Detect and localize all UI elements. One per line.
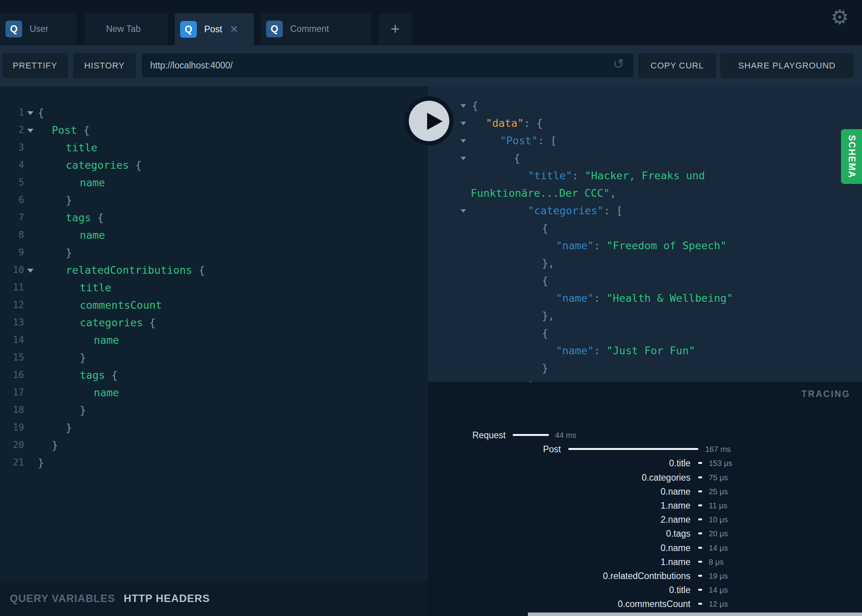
editor-line[interactable]: 8name [0,226,428,244]
editor-line[interactable]: 14name [0,331,428,349]
editor-line[interactable]: 11title [0,279,428,296]
tracing-label: 1.name [428,555,690,569]
query-badge: Q [5,21,22,37]
tab-comment[interactable]: QComment [261,13,371,44]
horizontal-scrollbar[interactable] [528,612,862,616]
tab-label: Comment [290,24,329,34]
editor-line[interactable]: 4categories { [0,156,428,174]
code-text: "title": "Hacker, Freaks und [528,167,705,184]
code-token: tags [80,369,111,381]
reload-schema-icon[interactable]: ↺ [613,56,624,72]
collapse-arrow-icon[interactable] [461,209,466,215]
code-token: relatedContributions [66,264,198,276]
response-line: "name": "Freedom of Speech" [428,237,862,254]
editor-line[interactable]: 5name [0,174,428,191]
fold-arrow-icon[interactable] [27,111,33,118]
line-number: 8 [0,226,24,244]
tab-bar: QUserNew TabQPost✕QComment+ [0,13,862,45]
code-text: } [52,436,58,454]
editor-line[interactable]: 9} [0,244,428,261]
editor-line[interactable]: 15} [0,349,428,366]
settings-gear-icon[interactable]: ⚙ [830,7,849,27]
tracing-bar [698,518,702,520]
execute-query-button[interactable] [405,96,454,145]
code-token: name [94,334,119,346]
tab-new-tab[interactable]: New Tab [85,13,168,44]
close-tab-icon[interactable]: ✕ [230,24,238,34]
editor-line[interactable]: 3title [0,139,428,156]
endpoint-url-input[interactable] [141,53,634,78]
collapse-arrow-icon[interactable] [461,157,466,163]
line-number: 13 [0,314,24,331]
code-token: name [94,387,119,399]
code-text: }, [542,307,555,324]
code-token: categories [66,159,135,171]
code-text: "categories": [ [528,202,623,219]
prettify-button[interactable]: PRETTIFY [2,53,68,78]
tracing-label: 0.categories [428,471,690,485]
code-text: title [66,139,97,156]
editor-line[interactable]: 12commentsCount [0,296,428,314]
code-text: } [80,349,86,366]
schema-sidebar-button[interactable]: SCHEMA [841,129,862,184]
add-tab-button[interactable]: + [378,13,412,44]
tracing-bar [698,575,702,577]
tracing-label: 0.tags [428,527,690,541]
tracing-time: 25 μs [709,485,728,499]
http-headers-tab[interactable]: HTTP HEADERS [124,581,210,616]
code-token: "name" [556,345,594,357]
editor-line[interactable]: 17name [0,384,428,401]
collapse-arrow-icon[interactable] [461,104,466,110]
collapse-arrow-icon[interactable] [461,139,466,145]
history-button[interactable]: HISTORY [73,53,136,78]
tab-label: Post [204,24,222,35]
tracing-label: 1.name [428,499,690,513]
tracing-time: 11 μs [709,499,727,513]
tracing-bar [698,603,702,605]
editor-line[interactable]: 19} [0,419,428,436]
query-variables-tab[interactable]: QUERY VARIABLES [10,581,115,616]
code-token: "Freedom of Speech" [606,240,727,252]
response-line: }, [428,254,862,272]
response-line: { [428,97,862,114]
editor-line[interactable]: 1{ [0,104,428,121]
line-number: 14 [0,331,24,349]
code-token: { [38,107,44,119]
editor-line[interactable]: 7tags { [0,209,428,226]
line-number: 10 [0,261,24,279]
copy-curl-button[interactable]: COPY CURL [638,53,716,78]
share-playground-button[interactable]: SHARE PLAYGROUND [720,53,853,78]
code-token: } [80,404,86,416]
collapse-arrow-icon[interactable] [461,122,466,128]
tracing-bar [568,448,698,450]
tab-post[interactable]: QPost✕ [175,13,254,45]
editor-line[interactable]: 10relatedContributions { [0,261,428,279]
editor-line[interactable]: 20} [0,436,428,454]
line-number: 1 [0,104,24,121]
response-line: "name": "Health & Wellbeing" [428,289,862,307]
editor-line[interactable]: 6} [0,191,428,209]
code-token: "Just For Fun" [606,345,695,357]
code-token: { [472,100,478,112]
line-number: 16 [0,366,24,384]
schema-button-label: SCHEMA [846,135,857,178]
code-token: "Post" [500,135,538,147]
editor-line[interactable]: 16tags { [0,366,428,384]
tab-label: User [30,24,49,34]
code-token: } [38,457,44,469]
query-editor[interactable]: 1{2Post {3title4categories {5name6}7tags… [0,86,428,581]
editor-line[interactable]: 2Post { [0,121,428,139]
editor-line[interactable]: 21} [0,454,428,471]
fold-arrow-icon[interactable] [27,269,33,276]
editor-line[interactable]: 18} [0,401,428,419]
tracing-time: 8 μs [709,555,724,569]
tab-user[interactable]: QUser [0,13,77,44]
tracing-row: Request44 ms [428,428,862,442]
tracing-bar [513,434,549,436]
code-token: { [149,317,156,329]
code-token: { [198,264,205,276]
fold-arrow-icon[interactable] [27,129,33,136]
code-token: "Health & Wellbeing" [606,292,733,304]
editor-line[interactable]: 13categories { [0,314,428,331]
code-text: "data": { [486,114,543,132]
